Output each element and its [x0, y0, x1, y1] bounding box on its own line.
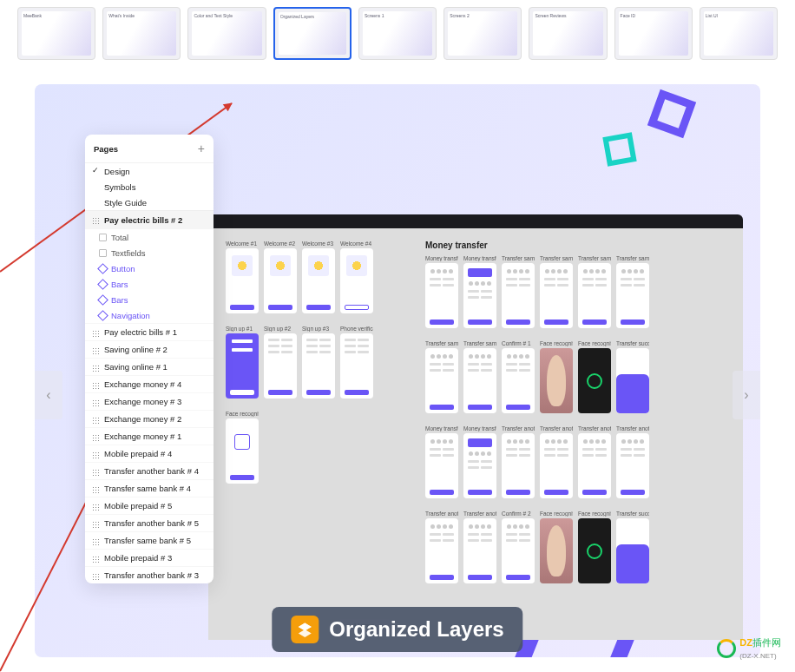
artboard-item[interactable]: Transfer another bank # 4 — [85, 462, 214, 479]
sublayer-item[interactable]: Navigation — [85, 307, 214, 323]
thumbnail-1[interactable]: What's Inside — [102, 7, 181, 60]
group-title: Money transfer — [425, 240, 649, 250]
sublayer-item[interactable]: Button — [85, 260, 214, 276]
screen-thumb[interactable] — [264, 248, 297, 313]
screen-thumb[interactable] — [425, 348, 458, 413]
artboard-item[interactable]: Mobile prepaid # 4 — [85, 445, 214, 462]
screen-thumb[interactable] — [463, 433, 496, 498]
screen-thumb[interactable] — [226, 333, 259, 399]
thumbnail-6[interactable]: Screen Reviews — [529, 7, 607, 60]
main-preview: ‹ › Pages + DesignSymbolsStyle Guide Pay… — [35, 84, 760, 657]
screen-thumb[interactable] — [463, 348, 496, 413]
artboard-item[interactable]: Exchange money # 4 — [85, 375, 214, 392]
thumbnail-5[interactable]: Screens 2 — [443, 7, 522, 60]
add-page-button[interactable]: + — [198, 142, 205, 155]
artboard-item[interactable]: Exchange money # 3 — [85, 392, 214, 410]
screen-thumb[interactable] — [226, 418, 259, 484]
decoration-square-teal — [602, 132, 636, 166]
thumbnail-8[interactable]: List UI — [700, 7, 778, 60]
artboard-item[interactable]: Exchange money # 1 — [85, 427, 214, 445]
layers-panel: Pages + DesignSymbolsStyle Guide Pay ele… — [85, 135, 214, 583]
screen-thumb[interactable] — [578, 518, 611, 583]
artboard-item[interactable]: Transfer same bank # 4 — [85, 479, 214, 497]
screen-thumb[interactable] — [502, 263, 535, 328]
page-item[interactable]: Design — [85, 163, 214, 179]
screen-thumb[interactable] — [502, 518, 535, 583]
screen-thumb[interactable] — [264, 333, 297, 399]
page-item[interactable]: Symbols — [85, 179, 214, 194]
screen-thumb[interactable] — [425, 263, 458, 328]
screen-thumb[interactable] — [226, 248, 259, 313]
artboard-item[interactable]: Transfer another bank # 5 — [85, 514, 214, 531]
screen-thumb[interactable] — [463, 263, 496, 328]
screen-thumb[interactable] — [578, 263, 611, 328]
sublayer-item[interactable]: Bars — [85, 276, 214, 292]
layers-icon — [291, 616, 319, 643]
thumbnail-0[interactable]: MeeBank — [17, 7, 95, 60]
screen-thumb[interactable] — [540, 263, 573, 328]
watermark-logo-icon — [717, 639, 736, 658]
screen-thumb[interactable] — [616, 348, 649, 413]
slide-caption: Organized Layers — [272, 607, 522, 652]
screen-thumb[interactable] — [302, 248, 335, 313]
screen-thumb[interactable] — [578, 433, 611, 498]
artboard-item[interactable]: Transfer same bank # 5 — [85, 531, 214, 549]
screen-thumb[interactable] — [616, 518, 649, 583]
screen-thumb[interactable] — [578, 348, 611, 413]
screen-thumb[interactable] — [502, 433, 535, 498]
artboard-item[interactable]: Mobile prepaid # 5 — [85, 497, 214, 514]
canvas-toolbar — [208, 214, 743, 228]
thumbnail-7[interactable]: Face ID — [614, 7, 693, 60]
watermark: DZ插件网(DZ-X.NET) — [717, 636, 781, 660]
screen-thumb[interactable] — [502, 348, 535, 413]
artboard-item[interactable]: Pay electric bills # 1 — [85, 323, 214, 340]
design-canvas: Welcome #1Welcome #2Welcome #3Welcome #4… — [208, 214, 743, 640]
screen-thumb[interactable] — [340, 333, 373, 399]
artboard-item[interactable]: Exchange money # 2 — [85, 410, 214, 427]
screen-thumb[interactable] — [425, 433, 458, 498]
artboard-item[interactable]: Transfer another bank # 3 — [85, 566, 214, 583]
screen-thumb[interactable] — [540, 348, 573, 413]
sublayer-item[interactable]: Total — [85, 229, 214, 245]
screen-thumb[interactable] — [340, 248, 373, 313]
sublayer-item[interactable]: Bars — [85, 292, 214, 307]
carousel-prev-button[interactable]: ‹ — [35, 371, 62, 419]
thumbnail-4[interactable]: Screens 1 — [358, 7, 437, 60]
screen-thumb[interactable] — [616, 263, 649, 328]
carousel-next-button[interactable]: › — [733, 371, 760, 419]
sublayer-item[interactable]: Textfields — [85, 245, 214, 260]
artboard-item[interactable]: Saving online # 1 — [85, 358, 214, 375]
screen-thumb[interactable] — [463, 518, 496, 583]
screen-thumb[interactable] — [616, 433, 649, 498]
thumbnail-3[interactable]: Organized Layers — [273, 7, 352, 60]
caption-text: Organized Layers — [329, 617, 503, 642]
screen-thumb[interactable] — [302, 333, 335, 399]
page-item[interactable]: Style Guide — [85, 194, 214, 210]
screen-thumb[interactable] — [540, 518, 573, 583]
artboard-item[interactable]: Mobile prepaid # 3 — [85, 549, 214, 566]
screen-thumb[interactable] — [540, 433, 573, 498]
active-artboard[interactable]: Pay electric bills # 2 — [85, 210, 214, 229]
thumbnail-2[interactable]: Color and Text Style — [187, 7, 266, 60]
decoration-square-purple — [647, 89, 696, 138]
artboard-item[interactable]: Saving online # 2 — [85, 340, 214, 358]
screen-thumb[interactable] — [425, 518, 458, 583]
panel-title: Pages — [94, 144, 118, 154]
